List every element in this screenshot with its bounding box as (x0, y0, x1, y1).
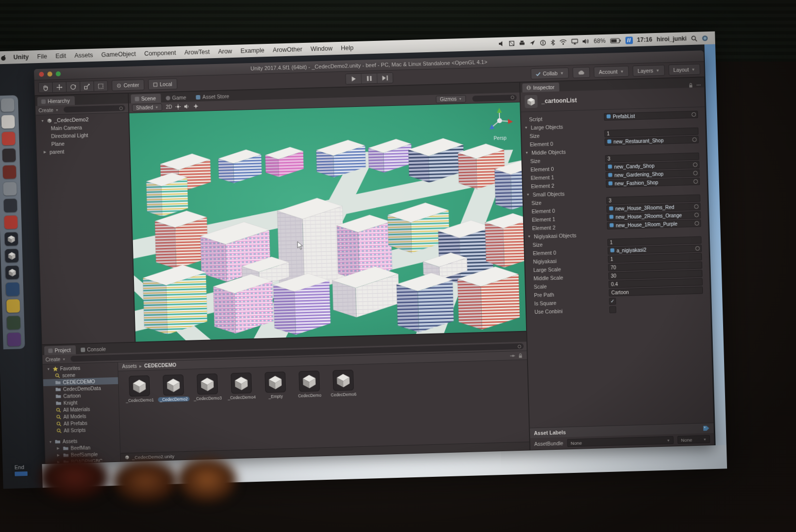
layers-dropdown[interactable]: Layers▼ (632, 65, 664, 77)
tab-game[interactable]: Game (162, 93, 191, 102)
scene-orientation-gizmo[interactable]: Persp (483, 106, 516, 144)
menu-item-arowtest[interactable]: ArowTest (184, 48, 210, 56)
asset-item--cedecdemo3[interactable]: _CedecDemo3 (193, 373, 222, 401)
speaker-mini-icon[interactable] (498, 41, 504, 47)
projection-mode-label[interactable]: Persp (484, 135, 516, 141)
tab-scene[interactable]: Scene (131, 94, 161, 103)
scale-tool-button[interactable] (80, 81, 95, 92)
dock-app-icon-8[interactable] (4, 215, 18, 229)
apple-logo-icon[interactable] (0, 54, 6, 61)
menu-item-example[interactable]: Example (240, 47, 265, 54)
object-picker-icon[interactable] (692, 112, 696, 117)
inspector-menu-icon[interactable] (696, 82, 701, 87)
object-picker-icon[interactable] (695, 221, 699, 226)
scene-lighting-icon[interactable] (175, 104, 181, 109)
menu-item-window[interactable]: Window (310, 45, 332, 52)
foldout-arrow-icon[interactable]: ▼ (526, 193, 531, 196)
lock-icon[interactable] (518, 353, 523, 358)
shading-mode-dropdown[interactable]: Shaded▼ (132, 103, 163, 112)
scene-search-input[interactable] (472, 94, 517, 101)
cube-menu-icon[interactable] (508, 40, 514, 46)
dock-app-icon-10[interactable] (5, 249, 19, 263)
spotlight-search-icon[interactable] (691, 35, 697, 41)
move-tool-button[interactable] (53, 82, 67, 92)
pivot-toggle-button[interactable]: Center (112, 79, 144, 91)
dock-app-icon-15[interactable] (7, 332, 21, 346)
checkbox-is-square[interactable]: ✓ (609, 298, 616, 304)
asset-labels-header[interactable]: Asset Labels (534, 429, 566, 436)
scene-effects-icon[interactable] (193, 103, 199, 109)
play-button[interactable] (346, 74, 362, 84)
dock-app-icon-11[interactable] (5, 266, 19, 279)
tab-hierarchy[interactable]: Hierarchy (37, 96, 75, 106)
asset-item--cedecdemo2[interactable]: _CedecDemo2 (159, 374, 188, 402)
object-picker-icon[interactable] (694, 204, 698, 209)
dock-app-icon-3[interactable] (1, 132, 15, 145)
dock-app-icon-4[interactable] (2, 148, 16, 162)
hierarchy-create-dropdown[interactable]: Create (38, 107, 53, 113)
rect-tool-button[interactable] (94, 81, 108, 91)
input-source-icon[interactable] (539, 39, 546, 46)
asset-label-tag-icon[interactable] (703, 425, 710, 431)
foldout-arrow-icon[interactable]: ▼ (528, 234, 532, 238)
breadcrumb-folder[interactable]: CEDECDEMO (144, 362, 176, 368)
dock-app-icon-6[interactable] (3, 182, 17, 196)
scene-viewport[interactable]: Persp (129, 102, 526, 342)
scene-audio-icon[interactable] (184, 103, 190, 109)
menu-item-file[interactable]: File (37, 53, 47, 61)
collab-dropdown[interactable]: Collab▼ (531, 67, 569, 79)
wifi-icon[interactable] (559, 39, 566, 45)
dock-app-icon-12[interactable] (6, 282, 20, 296)
object-picker-icon[interactable] (695, 213, 699, 217)
dock-app-icon-2[interactable] (1, 115, 15, 129)
bluetooth-icon[interactable] (550, 39, 555, 45)
checkbox-use-conbini[interactable] (609, 306, 616, 313)
foldout-arrow-icon[interactable]: ▼ (525, 151, 530, 154)
breadcrumb-assets[interactable]: Assets (122, 364, 137, 369)
object-picker-icon[interactable] (693, 171, 697, 175)
tab-asset-store[interactable]: Asset Store (192, 92, 234, 101)
project-create-dropdown[interactable]: Create (45, 357, 60, 363)
tab-inspector[interactable]: Inspector (522, 83, 560, 93)
location-arrow-icon[interactable] (529, 40, 535, 46)
dock-app-icon-7[interactable] (3, 199, 17, 212)
menu-item-component[interactable]: Component (144, 49, 176, 57)
assetbundle-name-dropdown[interactable]: None▼ (567, 436, 673, 447)
airplay-display-icon[interactable] (571, 38, 578, 44)
assetbundle-variant-dropdown[interactable]: None▼ (677, 435, 710, 444)
menu-item-arowother[interactable]: ArowOther (273, 46, 302, 54)
asset-item-cedecdemo[interactable]: CedecDemo (295, 370, 324, 399)
siri-menu-icon[interactable] (702, 35, 708, 41)
dock-app-icon-1[interactable] (0, 98, 14, 112)
toggle-2d-button[interactable]: 2D (166, 104, 172, 109)
dock-app-icon-13[interactable] (6, 299, 20, 313)
parallels-menu-icon[interactable] (625, 36, 632, 44)
tab-project[interactable]: Project (44, 345, 76, 355)
tab-console[interactable]: Console (76, 344, 111, 354)
object-picker-icon[interactable] (692, 137, 696, 142)
inspector-lock-icon[interactable] (688, 83, 693, 88)
hierarchy-search-input[interactable] (64, 105, 125, 112)
hand-tool-button[interactable] (39, 82, 53, 93)
foldout-arrow-icon[interactable]: ▼ (525, 126, 529, 129)
menu-item-arow[interactable]: Arow (218, 48, 232, 55)
cloud-button[interactable] (572, 67, 590, 78)
dock-app-icon-14[interactable] (6, 316, 20, 330)
step-button[interactable] (377, 73, 393, 83)
space-toggle-button[interactable]: Local (148, 78, 177, 90)
slider-icon[interactable] (510, 353, 515, 358)
printer-icon[interactable] (519, 40, 525, 46)
dock-app-icon-9[interactable] (4, 232, 18, 246)
pause-button[interactable] (362, 73, 378, 84)
battery-icon[interactable] (610, 37, 621, 43)
inspected-object-name[interactable]: _cartoonList (541, 97, 577, 105)
asset-item-cedecdemo6[interactable]: CedecDemo6 (329, 369, 358, 398)
account-dropdown[interactable]: Account▼ (594, 66, 629, 78)
menu-item-assets[interactable]: Assets (74, 52, 93, 59)
asset-item--empty[interactable]: _Empty (261, 371, 290, 399)
clock-label[interactable]: 17:16 (637, 36, 652, 43)
gizmos-dropdown[interactable]: Gizmos▼ (436, 95, 466, 103)
object-picker-icon[interactable] (693, 163, 697, 167)
object-picker-icon[interactable] (695, 246, 699, 251)
dock-app-icon-5[interactable] (2, 165, 16, 179)
